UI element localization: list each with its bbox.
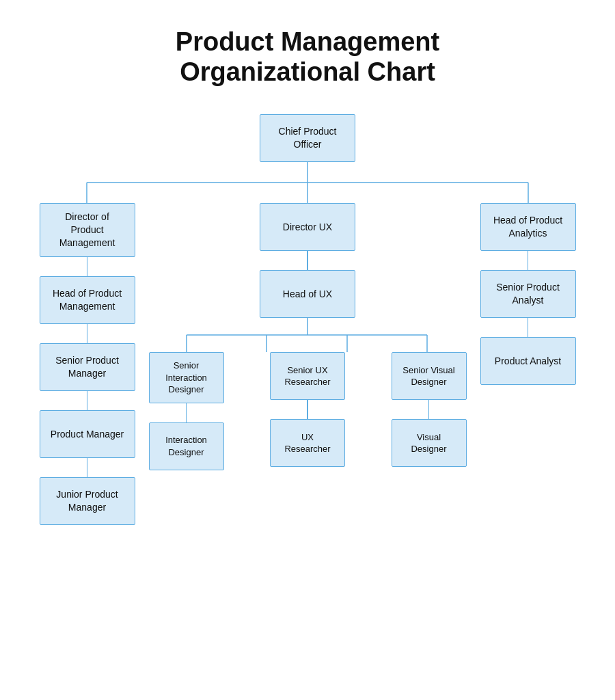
- col-suxr: Senior UX Researcher UX Researcher: [269, 352, 347, 467]
- node-ux-r: UX Researcher: [270, 419, 345, 467]
- node-cpo: Chief Product Officer: [260, 114, 355, 162]
- col-svd: Senior Visual Designer Visual Designer: [390, 352, 468, 467]
- node-head-pa: Head of Product Analytics: [480, 203, 576, 251]
- col-ux: Director UX Head of UX Senior Interactio…: [147, 203, 468, 470]
- node-senior-ux-r: Senior UX Researcher: [270, 352, 345, 400]
- top-connector-svg: [27, 162, 588, 203]
- vline-senior-pm: [87, 391, 88, 410]
- vline-senior-ux-r: [307, 400, 308, 419]
- node-senior-vd: Senior Visual Designer: [392, 352, 467, 400]
- vline-head-pm: [87, 324, 88, 343]
- chart-title: Product Management Organizational Chart: [176, 27, 439, 87]
- vline-senior-vd: [428, 400, 430, 419]
- node-senior-pm: Senior Product Manager: [40, 343, 135, 391]
- vline-senior-pa: [528, 318, 529, 337]
- node-id: Interaction Designer: [149, 422, 224, 470]
- node-dir-pm: Director of Product Management: [40, 203, 135, 257]
- node-head-pm: Head of Product Management: [40, 276, 135, 324]
- node-pa: Product Analyst: [480, 337, 576, 385]
- ux-sub-row: Senior Interaction Designer Interaction …: [147, 352, 468, 470]
- node-jpm: Junior Product Manager: [40, 477, 135, 525]
- col-sid: Senior Interaction Designer Interaction …: [147, 352, 226, 470]
- level1-row: Director of Product Management Head of P…: [27, 203, 588, 525]
- node-head-ux: Head of UX: [260, 270, 355, 318]
- ux-sub-connector-svg: [147, 318, 468, 352]
- vline-dir-ux: [307, 251, 308, 270]
- vline-pm: [87, 458, 88, 477]
- node-dir-ux: Director UX: [260, 203, 355, 251]
- org-chart: Chief Product Officer Director of Produc…: [14, 114, 601, 525]
- cpo-column: Chief Product Officer: [260, 114, 355, 162]
- node-senior-pa: Senior Product Analyst: [480, 270, 576, 318]
- node-pm: Product Manager: [40, 410, 135, 458]
- node-senior-id: Senior Interaction Designer: [149, 352, 224, 403]
- node-vd: Visual Designer: [392, 419, 467, 467]
- vline-head-pa: [528, 251, 529, 270]
- vline-senior-id: [186, 403, 187, 422]
- vline-dir-pm: [87, 257, 88, 276]
- col-pm: Director of Product Management Head of P…: [27, 203, 147, 525]
- col-pa: Head of Product Analytics Senior Product…: [468, 203, 588, 385]
